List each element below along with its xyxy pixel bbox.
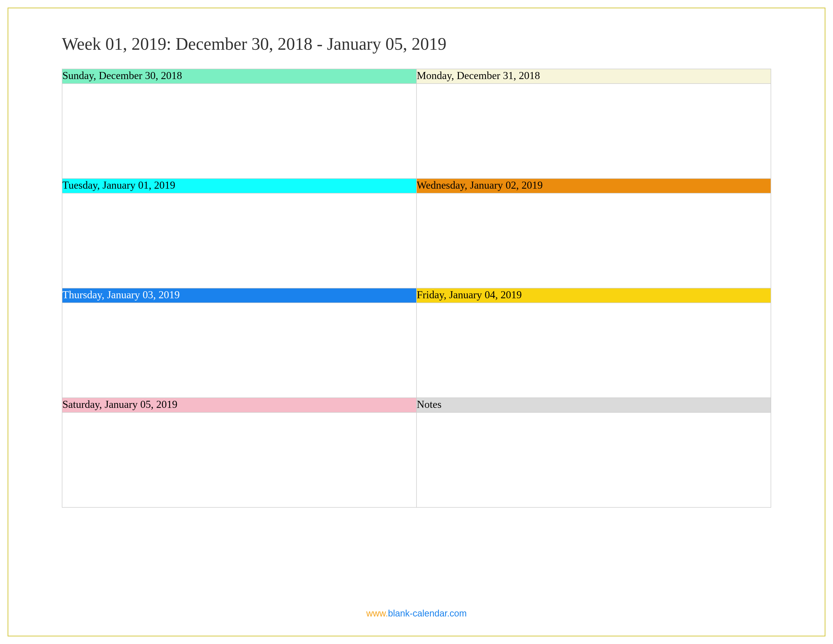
footer-prefix: www. <box>366 608 388 618</box>
notes-header: Notes <box>416 398 771 412</box>
day-header-saturday: Saturday, January 05, 2019 <box>62 398 416 412</box>
day-header-monday: Monday, December 31, 2018 <box>416 69 771 84</box>
footer-link[interactable]: www.blank-calendar.com <box>0 608 833 619</box>
day-body-saturday[interactable] <box>62 412 416 507</box>
table-row <box>62 303 771 398</box>
day-body-monday[interactable] <box>416 84 771 179</box>
day-header-friday: Friday, January 04, 2019 <box>416 288 771 303</box>
footer-domain: blank-calendar.com <box>388 608 467 618</box>
day-header-tuesday: Tuesday, January 01, 2019 <box>62 179 416 193</box>
day-body-friday[interactable] <box>416 303 771 398</box>
table-row: Saturday, January 05, 2019 Notes <box>62 398 771 412</box>
table-row: Sunday, December 30, 2018 Monday, Decemb… <box>62 69 771 84</box>
table-row <box>62 84 771 179</box>
content-area: Week 01, 2019: December 30, 2018 - Janua… <box>62 34 771 508</box>
day-body-thursday[interactable] <box>62 303 416 398</box>
day-header-thursday: Thursday, January 03, 2019 <box>62 288 416 303</box>
table-row: Tuesday, January 01, 2019 Wednesday, Jan… <box>62 179 771 193</box>
notes-body[interactable] <box>416 412 771 507</box>
day-header-sunday: Sunday, December 30, 2018 <box>62 69 416 84</box>
day-body-wednesday[interactable] <box>416 193 771 288</box>
table-row: Thursday, January 03, 2019 Friday, Janua… <box>62 288 771 303</box>
day-body-tuesday[interactable] <box>62 193 416 288</box>
weekly-calendar-table: Sunday, December 30, 2018 Monday, Decemb… <box>62 69 771 508</box>
table-row <box>62 193 771 288</box>
table-row <box>62 412 771 507</box>
day-body-sunday[interactable] <box>62 84 416 179</box>
page-title: Week 01, 2019: December 30, 2018 - Janua… <box>62 34 771 54</box>
day-header-wednesday: Wednesday, January 02, 2019 <box>416 179 771 193</box>
